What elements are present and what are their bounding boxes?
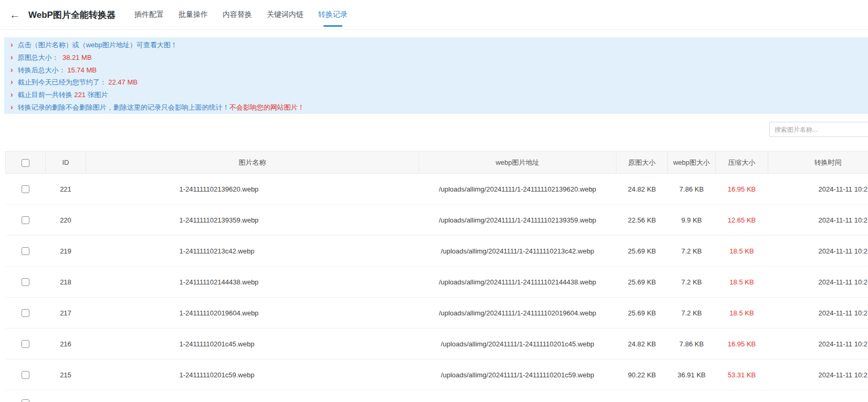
row-checkbox[interactable]	[22, 216, 29, 224]
row-convert-time: 2024-11-11 10:2	[768, 174, 868, 205]
notice-line: ›转换后总大小： 15.74 MB	[11, 64, 868, 77]
table-row: 220 1-241111102139359.webp /uploads/alli…	[6, 205, 868, 236]
search-input[interactable]	[769, 122, 868, 137]
row-checkbox[interactable]	[22, 185, 29, 193]
table-header-row: ID 图片名称 webp图片地址 原图大小 webp图大小 压缩大小 转换时间	[6, 152, 868, 174]
table-body: 221 1-241111102139620.webp /uploads/alli…	[6, 174, 868, 402]
row-convert-time: 2024-11-11 10:2	[768, 359, 868, 390]
row-image-name[interactable]: 1-241111102139359.webp	[86, 205, 419, 236]
row-convert-time: 2024-11-11 10:2	[768, 236, 868, 267]
row-image-name[interactable]: 1-241111102019604.webp	[86, 298, 419, 329]
row-saved-size: 16.95 KB	[716, 329, 768, 359]
row-id: 217	[46, 298, 86, 329]
column-header-saved-size: 压缩大小	[716, 152, 768, 174]
row-webp-url[interactable]	[419, 390, 616, 402]
back-arrow-icon[interactable]: ←	[9, 9, 20, 20]
row-image-name[interactable]	[86, 390, 419, 402]
row-webp-size: 7.2 KB	[668, 298, 716, 329]
row-checkbox[interactable]	[22, 399, 29, 402]
tab-2[interactable]: 内容替换	[215, 0, 259, 30]
row-webp-url[interactable]: /uploads/allimg/20241111/1-2411111021396…	[419, 174, 616, 205]
table-row: 218 1-241111102144438.webp /uploads/alli…	[6, 267, 868, 298]
row-webp-size: 9.9 KB	[668, 205, 716, 236]
notice-line: ›截止到今天已经为您节约了： 22.47 MB	[11, 76, 868, 89]
bullet-arrow-icon: ›	[11, 89, 13, 101]
top-bar: ← WebP图片全能转换器 插件配置批量操作内容替换关键词内链转换记录	[0, 0, 868, 30]
row-id: 216	[46, 329, 86, 359]
row-orig-size: 25.69 KB	[616, 236, 668, 267]
row-orig-size: 24.82 KB	[616, 329, 668, 359]
notice-line: ›原图总大小： 38.21 MB	[11, 51, 868, 64]
tab-4[interactable]: 转换记录	[311, 0, 355, 30]
bullet-arrow-icon: ›	[11, 76, 13, 88]
table-row: 221 1-241111102139620.webp /uploads/alli…	[6, 174, 868, 205]
row-checkbox[interactable]	[22, 309, 29, 317]
row-webp-url[interactable]: /uploads/allimg/20241111/1-2411111021444…	[419, 267, 616, 298]
column-header-name: 图片名称	[86, 152, 419, 174]
row-image-name[interactable]: 1-24111110213c42.webp	[86, 236, 419, 267]
select-all-cell	[6, 152, 46, 174]
row-checkbox[interactable]	[22, 247, 29, 255]
row-saved-size: 18.5 KB	[716, 267, 768, 298]
row-webp-url[interactable]: /uploads/allimg/20241111/1-24111110201c4…	[419, 329, 616, 359]
row-webp-size: 36.91 KB	[668, 359, 716, 390]
row-orig-size: 25.69 KB	[616, 298, 668, 329]
row-orig-size: 22.56 KB	[616, 205, 668, 236]
row-webp-size: 7.2 KB	[668, 267, 716, 298]
row-webp-url[interactable]: /uploads/allimg/20241111/1-2411111020196…	[419, 298, 616, 329]
column-header-time: 转换时间	[768, 152, 868, 174]
select-all-checkbox[interactable]	[22, 159, 29, 167]
row-saved-size	[716, 390, 768, 402]
row-webp-size: 7.2 KB	[668, 236, 716, 267]
bullet-arrow-icon: ›	[11, 39, 13, 51]
tab-3[interactable]: 关键词内链	[259, 0, 311, 30]
row-saved-size: 12.65 KB	[716, 205, 768, 236]
notice-box: ›点击（图片名称）或（webp图片地址）可查看大图！›原图总大小： 38.21 …	[4, 37, 868, 114]
row-convert-time: 2024-11-11 10:2	[768, 298, 868, 329]
row-id: 219	[46, 236, 86, 267]
row-image-name[interactable]: 1-241111102144438.webp	[86, 267, 419, 298]
table-row: 216 1-24111110201c45.webp /uploads/allim…	[6, 329, 868, 359]
row-id: 215	[46, 359, 86, 390]
page-title: WebP图片全能转换器	[28, 9, 116, 21]
row-orig-size: 90.22 KB	[616, 359, 668, 390]
bullet-arrow-icon: ›	[11, 64, 13, 76]
table-row: 217 1-241111102019604.webp /uploads/alli…	[6, 298, 868, 329]
row-convert-time: 2024-11-11 10:2	[768, 205, 868, 236]
tab-bar: 插件配置批量操作内容替换关键词内链转换记录	[127, 0, 355, 30]
table-row: 215 1-24111110201c59.webp /uploads/allim…	[6, 359, 868, 390]
row-id: 218	[46, 267, 86, 298]
column-header-url: webp图片地址	[419, 152, 616, 174]
row-orig-size: 24.82 KB	[616, 174, 668, 205]
row-saved-size: 53.31 KB	[716, 359, 768, 390]
notice-line: ›点击（图片名称）或（webp图片地址）可查看大图！	[11, 39, 868, 51]
tab-0[interactable]: 插件配置	[127, 0, 171, 30]
row-saved-size: 18.5 KB	[716, 298, 768, 329]
row-id: 220	[46, 205, 86, 236]
records-table: ID 图片名称 webp图片地址 原图大小 webp图大小 压缩大小 转换时间 …	[5, 151, 868, 402]
row-webp-size: 7.86 KB	[668, 174, 716, 205]
row-webp-size	[668, 390, 716, 402]
row-checkbox[interactable]	[22, 340, 29, 348]
table-row-partial	[6, 390, 868, 402]
row-saved-size: 18.5 KB	[716, 236, 768, 267]
row-webp-url[interactable]: /uploads/allimg/20241111/1-2411111021393…	[419, 205, 616, 236]
row-orig-size: 25.69 KB	[616, 267, 668, 298]
row-checkbox[interactable]	[22, 371, 29, 379]
row-checkbox[interactable]	[22, 278, 29, 286]
row-id: 221	[46, 174, 86, 205]
row-webp-size: 7.86 KB	[668, 329, 716, 359]
row-image-name[interactable]: 1-241111102139620.webp	[86, 174, 419, 205]
notice-line: ›截止目前一共转换 221 张图片	[11, 89, 868, 101]
column-header-id: ID	[46, 152, 86, 174]
bullet-arrow-icon: ›	[11, 51, 13, 64]
bullet-arrow-icon: ›	[11, 101, 13, 113]
row-webp-url[interactable]: /uploads/allimg/20241111/1-24111110213c4…	[419, 236, 616, 267]
tab-1[interactable]: 批量操作	[171, 0, 215, 30]
row-webp-url[interactable]: /uploads/allimg/20241111/1-24111110201c5…	[419, 359, 616, 390]
table-row: 219 1-24111110213c42.webp /uploads/allim…	[6, 236, 868, 267]
column-header-webp-size: webp图大小	[668, 152, 716, 174]
row-image-name[interactable]: 1-24111110201c45.webp	[86, 329, 419, 359]
row-image-name[interactable]: 1-24111110201c59.webp	[86, 359, 419, 390]
row-id	[46, 390, 86, 402]
